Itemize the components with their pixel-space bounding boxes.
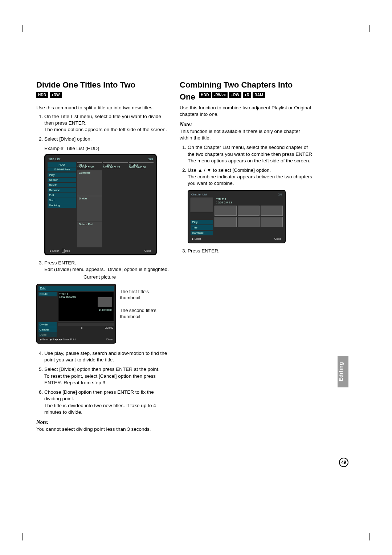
ss2-mini-thumb: [98, 297, 112, 307]
left-badges: HDD +RW: [36, 92, 62, 98]
left-step-6: Choose [Done] option then press ENTER to…: [44, 389, 169, 416]
left-step-2: Select [Divide] option.: [44, 136, 169, 142]
side-tab-editing: Editing: [338, 356, 348, 387]
page-content: Divide One Titles Into Two HDD +RW Use t…: [36, 80, 312, 433]
right-steps-1-2: On the Chapter List menu, select the sec…: [180, 144, 312, 187]
left-note-text: You cannot select dividing point less th…: [36, 426, 169, 433]
css-menu-combine: Combine: [191, 231, 213, 235]
css-thumb-4: [215, 217, 237, 227]
right-column: Combining Two Chapters Into One HDD -RWV…: [180, 80, 312, 433]
edit-divide-screenshot: Edit Divide TITLE 116/02 00:02:03 #1 00:…: [36, 284, 116, 344]
right-step-3: Press ENTER.: [188, 248, 312, 254]
callout-column: The first title's thumbnail The second t…: [120, 281, 169, 320]
left-intro: Use this command to split a title up int…: [36, 105, 169, 111]
ss1-sub-combine: Combine: [77, 170, 102, 196]
ss1-menu-play: Play: [48, 173, 76, 177]
enter-icon: [50, 249, 52, 252]
left-step-1: On the Title List menu, select a title y…: [44, 113, 169, 133]
current-picture-label: Current picture: [83, 274, 169, 280]
left-step-5: Select [Divide] option then press ENTER …: [44, 366, 169, 386]
css-count: 2/6: [278, 193, 282, 196]
ss2-top: Edit: [38, 286, 114, 291]
ss2-side-divide-hdr: Divide: [38, 292, 57, 296]
left-heading: Divide One Titles Into Two: [36, 80, 169, 90]
callout-second-thumb: The second title's thumbnail: [120, 308, 169, 320]
right-step-1: On the Chapter List menu, select the sec…: [188, 144, 312, 164]
ss1-sub-divide: Divide: [77, 196, 102, 222]
left-step-3-list: Press ENTER. Edit (Divide) menu appears.…: [36, 260, 169, 273]
badge-hdd-r: HDD: [199, 92, 211, 98]
left-steps-4-6: Use play, pause step, search and slow-mo…: [36, 350, 169, 416]
ss1-title: Title List: [48, 157, 60, 161]
css-thumb-6: [261, 217, 283, 227]
right-heading-one: One: [180, 92, 195, 101]
title-list-screenshot: Title List 1/3 HDD 128H 6M Free Play Sea…: [44, 154, 157, 255]
right-step-3-list: Press ENTER.: [180, 248, 312, 254]
ss1-free: 128H 6M Free: [48, 167, 76, 172]
badge-ram: RAM: [253, 92, 265, 98]
ss2-timeline: [58, 323, 114, 326]
css-thumb-3: [261, 206, 283, 216]
right-heading-line1: Combining Two Chapters Into: [180, 80, 312, 90]
ss2-side-cancel: Cancel: [38, 327, 57, 332]
ss2-mini-label: #1 00:00:00: [99, 309, 112, 311]
ss2-side-done: Done: [38, 332, 57, 337]
ss1-hdd: HDD: [48, 162, 76, 167]
badge-hdd: HDD: [36, 92, 48, 98]
page-number: 49: [339, 458, 348, 467]
badge-plusrw-r: +RW: [229, 92, 241, 98]
enter-icon: [40, 338, 42, 341]
left-steps-1-2: On the Title List menu, select a title y…: [36, 113, 169, 143]
left-step-3: Press ENTER. Edit (Divide) menu appears.…: [44, 260, 169, 273]
chapter-list-screenshot: Chapter List 2/6 Play Title Combine TITL…: [188, 190, 286, 243]
ss1-menu-edit: Edit: [48, 193, 76, 198]
right-step-2: Use ▲ / ▼ to select [Combine] option. Th…: [188, 167, 312, 187]
ss2-side-divide: Divide: [38, 322, 57, 327]
ss1-menu-search: Search: [48, 178, 76, 182]
css-menu-play: Play: [191, 220, 213, 224]
ss1-menu-dubbing: Dubbing: [48, 203, 76, 208]
enter-icon: [192, 237, 195, 240]
badge-plusr: +R: [243, 92, 252, 98]
ss1-menu-delete: Delete: [48, 183, 76, 187]
ss1-close: Close: [144, 249, 151, 252]
ss1-sub-delete-part: Delete Part: [77, 222, 102, 247]
css-thumb-5: [238, 217, 260, 227]
css-menu-title: Title: [191, 225, 213, 230]
ss1-thumb-3: [129, 162, 154, 163]
badge-rwvr: -RWVR: [212, 92, 228, 98]
callout-first-thumb: The first title's thumbnail: [120, 289, 169, 301]
css-thumb-2: [238, 206, 260, 216]
left-column: Divide One Titles Into Two HDD +RW Use t…: [36, 80, 169, 433]
css-preview: [191, 198, 213, 212]
ss1-menu-rename: Rename: [48, 188, 76, 193]
ss1-thumb-2: [103, 162, 128, 163]
right-note-text: This function is not available if there …: [180, 128, 312, 141]
left-step-4: Use play, pause step, search and slow-mo…: [44, 350, 169, 363]
ss1-thumb-1: [77, 162, 102, 163]
right-badges: HDD -RWVR +RW +R RAM: [199, 92, 265, 98]
right-intro: Use this function to combine two adjacen…: [180, 105, 312, 118]
example-line: Example: Title List (HDD): [44, 146, 169, 151]
badge-plusrw: +RW: [50, 92, 62, 98]
css-title: Chapter List: [191, 193, 207, 196]
css-thumb-1: [215, 206, 237, 216]
left-note-heading: Note:: [36, 419, 169, 425]
right-note-heading: Note:: [180, 121, 312, 127]
ss2-preview: TITLE 116/02 00:02:03 #1 00:00:00: [58, 292, 114, 321]
ss1-count: 1/3: [148, 157, 153, 161]
ss1-menu-sort: Sort: [48, 198, 76, 203]
